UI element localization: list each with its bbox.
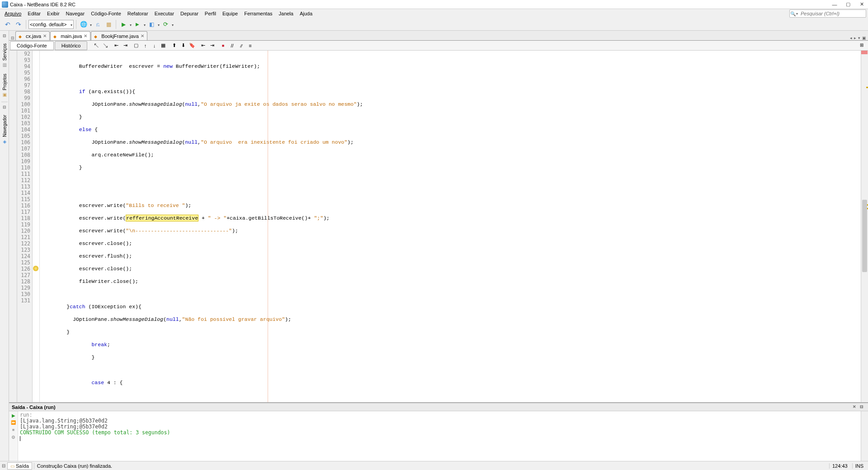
tab-nav-left-icon[interactable]: ◂ — [850, 36, 852, 40]
output-title: Saída - Caixa (run) — [12, 404, 56, 410]
hint-bulb-icon[interactable] — [33, 266, 38, 271]
editor-btn-shift-left[interactable]: ⇤ — [199, 42, 207, 50]
editor-source-tab[interactable]: Código-Fonte — [10, 41, 54, 50]
cursor-position[interactable]: 124:43 — [829, 463, 850, 469]
status-output-tab[interactable]: Saída — [7, 462, 32, 470]
editor-btn-next[interactable]: ⇥ — [121, 42, 129, 50]
file-tab-label: cx.java — [26, 33, 41, 39]
code-editor[interactable]: BufferedWriter escrever = new BufferedWr… — [40, 51, 861, 402]
undo-button[interactable] — [3, 19, 13, 29]
editor-area: ⊟ cx.java ✕ main.java ✕ BookjFrame.java … — [9, 31, 868, 461]
menu-source[interactable]: Código-Fonte — [88, 10, 124, 17]
editor-split-icon[interactable]: ⊞ — [860, 42, 866, 49]
editor-btn-macro-rec[interactable] — [219, 42, 227, 50]
java-file-icon — [94, 33, 99, 39]
file-tab-bookjframe[interactable]: BookjFrame.java ✕ — [91, 31, 147, 40]
editor-btn-1[interactable]: 🡔 — [92, 42, 100, 50]
editor-history-tab[interactable]: Histórico — [55, 41, 88, 50]
menu-tools[interactable]: Ferramentas — [241, 10, 275, 17]
tab-close-icon[interactable]: ✕ — [84, 33, 87, 38]
editor-btn-comment[interactable]: // — [228, 42, 236, 50]
output-settings-icon[interactable] — [10, 434, 17, 440]
config-selector[interactable]: <config. default> — [28, 20, 74, 29]
editor-btn-uncomment[interactable]: ⫽ — [237, 42, 245, 50]
menu-debug[interactable]: Depurar — [178, 10, 201, 17]
menu-help[interactable]: Ajuda — [297, 10, 315, 17]
editor-btn-more[interactable]: ≡ — [246, 42, 254, 50]
output-scrollbar[interactable] — [861, 411, 868, 461]
output-close-icon[interactable]: ✕ — [853, 404, 858, 410]
editor-btn-2[interactable]: 🡖 — [101, 42, 109, 50]
output-rerun-icon[interactable] — [10, 412, 17, 418]
clean-build-button[interactable] — [104, 19, 113, 29]
menu-refactor[interactable]: Refatorar — [125, 10, 151, 17]
scrollbar-thumb[interactable] — [862, 200, 867, 272]
minimize-sidebar-icon[interactable] — [1, 33, 8, 40]
file-tab-cx[interactable]: cx.java ✕ — [15, 31, 50, 40]
editor-btn-find-next[interactable]: ↓ — [150, 42, 158, 50]
output-min-icon[interactable]: ⊟ — [860, 404, 865, 410]
search-input[interactable] — [801, 11, 866, 16]
editor-btn-find-sel[interactable]: ▢ — [132, 42, 140, 50]
menu-edit[interactable]: Editar — [25, 10, 43, 17]
menu-run[interactable]: Executar — [152, 10, 177, 17]
menu-profile[interactable]: Perfil — [202, 10, 219, 17]
tab-close-icon[interactable]: ✕ — [141, 33, 144, 38]
output-console[interactable]: run: [Ljava.lang.String;@5b37e0d2 [Ljava… — [18, 411, 861, 461]
file-tab-main[interactable]: main.java ✕ — [50, 31, 90, 40]
editor-btn-toggle-hl[interactable]: ▦ — [159, 42, 167, 50]
run-button[interactable] — [118, 19, 128, 29]
editor-scrollbar[interactable] — [861, 51, 868, 402]
minimize-button[interactable]: — — [832, 2, 837, 7]
insert-mode[interactable]: INS — [852, 463, 866, 469]
quick-search[interactable]: 🔍 ▾ — [789, 9, 866, 18]
minimize-sidebar-icon[interactable] — [1, 105, 8, 111]
menu-navigate[interactable]: Navegar — [63, 10, 88, 17]
sidebar-tab-navigator[interactable]: Navegador — [1, 112, 8, 146]
debug-button[interactable] — [132, 19, 142, 29]
tab-nav-right-icon[interactable]: ▸ — [854, 36, 856, 40]
dropdown-icon[interactable] — [143, 22, 146, 27]
maximize-button[interactable]: ▢ — [845, 2, 851, 7]
refresh-button[interactable] — [160, 19, 170, 29]
tab-list-icon[interactable]: ▾ — [858, 36, 860, 40]
output-stop-icon[interactable] — [10, 427, 17, 433]
dropdown-icon[interactable] — [157, 22, 160, 27]
menu-window[interactable]: Janela — [276, 10, 296, 17]
output-title-bar[interactable]: Saída - Caixa (run) ✕ ⊟ — [9, 403, 868, 411]
close-button[interactable]: ✕ — [859, 2, 864, 7]
output-panel: Saída - Caixa (run) ✕ ⊟ run: [Ljava.lang… — [9, 402, 868, 461]
build-button[interactable] — [93, 19, 103, 29]
output-rerun-params-icon[interactable] — [10, 419, 17, 426]
menu-view[interactable]: Exibir — [44, 10, 62, 17]
sidebar-separator — [1, 102, 8, 102]
editor-btn-find-prev[interactable]: ↑ — [141, 42, 149, 50]
sidebar-tab-services[interactable]: Serviços — [1, 41, 8, 70]
dropdown-icon[interactable] — [129, 22, 132, 27]
editor-btn-bookmark-toggle[interactable]: 🔖 — [188, 42, 196, 50]
search-dropdown-icon[interactable]: ▾ — [796, 12, 801, 16]
sidebar-tab-projects[interactable]: Projetos — [1, 71, 8, 100]
window-controls: — ▢ ✕ — [832, 2, 864, 7]
tab-close-icon[interactable]: ✕ — [43, 33, 47, 38]
editor-btn-shift-right[interactable]: ⇥ — [208, 42, 216, 50]
toolbar-separator — [116, 20, 116, 29]
profile-button[interactable] — [146, 19, 156, 29]
browser-button[interactable] — [79, 19, 89, 29]
redo-button[interactable] — [14, 19, 24, 29]
menu-file[interactable]: Arquivo — [2, 10, 24, 17]
editor-btn-prev[interactable]: ⇤ — [112, 42, 120, 50]
file-tab-label: BookjFrame.java — [101, 33, 139, 39]
warn-mark-icon[interactable] — [866, 87, 868, 88]
tab-maximize-icon[interactable]: ▣ — [862, 36, 866, 40]
dropdown-icon[interactable] — [171, 22, 174, 27]
editor-btn-bookmark-prev[interactable]: ⬆ — [170, 42, 178, 50]
status-min-icon[interactable] — [2, 463, 5, 468]
gutter-fold[interactable] — [9, 51, 17, 402]
dropdown-icon[interactable] — [90, 22, 92, 27]
error-stripe-icon[interactable] — [861, 51, 868, 54]
editor-btn-bookmark-next[interactable]: ⬇ — [179, 42, 187, 50]
tab-scroll-left-icon[interactable]: ⊟ — [10, 36, 15, 40]
menu-team[interactable]: Equipe — [220, 10, 241, 17]
main-toolbar: <config. default> — [0, 18, 868, 31]
